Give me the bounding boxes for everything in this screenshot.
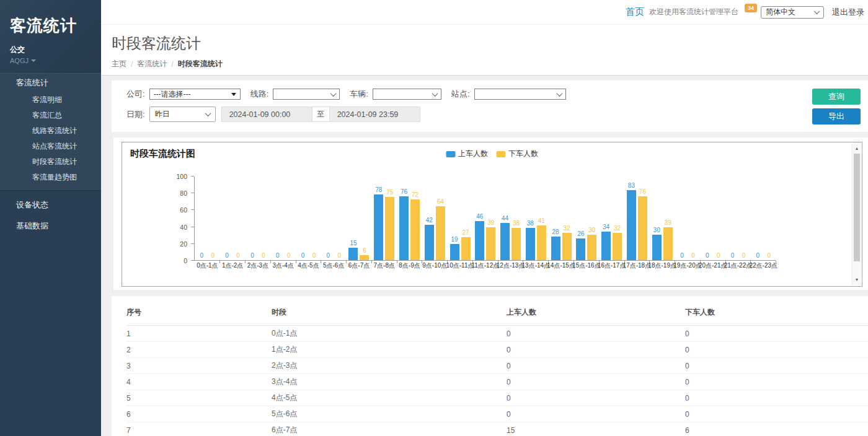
table-cell: 0: [507, 358, 685, 374]
x-tick-label: 6点-7点: [348, 261, 370, 270]
org-code-dropdown[interactable]: AQGJ: [10, 57, 101, 64]
table-row: 21点-2点00: [126, 342, 868, 358]
bar-上车人数[interactable]: 34: [601, 232, 611, 260]
vehicle-select[interactable]: [373, 89, 441, 100]
sidebar-item-passenger-stats[interactable]: 客流统计: [0, 74, 101, 92]
station-select[interactable]: [474, 89, 566, 100]
x-tick-label: 14点-15点: [547, 261, 575, 270]
bar-上车人数[interactable]: 46: [475, 221, 484, 260]
line-select[interactable]: [273, 89, 340, 100]
x-tick-label: 7点-8点: [374, 261, 395, 270]
x-tick-label: 5点-6点: [323, 261, 344, 270]
table-cell: 15: [507, 422, 685, 436]
query-button[interactable]: 查询: [812, 89, 861, 105]
bar-上车人数[interactable]: 28: [551, 237, 560, 260]
bar-value-label: 0: [225, 252, 229, 259]
bar-下车人数[interactable]: 39: [486, 227, 495, 260]
nav-home-link[interactable]: 首页: [626, 6, 644, 18]
bar-value-label: 76: [401, 188, 407, 195]
table-cell: 7: [126, 422, 272, 436]
table-cell: 1: [126, 326, 272, 342]
breadcrumb-home[interactable]: 主页: [112, 59, 126, 69]
submenu: 客流明细客流汇总线路客流统计站点客流统计时段客流统计客流量趋势图: [0, 92, 101, 185]
bar-上车人数[interactable]: 76: [399, 196, 409, 260]
bar-value-label: 32: [564, 225, 570, 232]
y-tick-label: 80: [180, 190, 187, 197]
bar-下车人数[interactable]: 64: [436, 206, 445, 260]
scrollbar-up-arrow[interactable]: ▲: [852, 144, 861, 153]
table-cell: 5: [126, 390, 272, 406]
bar-上车人数[interactable]: 26: [576, 238, 585, 260]
bar-下车人数[interactable]: 30: [587, 235, 596, 260]
table-row: 10点-1点00: [126, 326, 868, 342]
col-header-index: 序号: [126, 306, 272, 326]
bar-group: 463911点-12点: [472, 177, 498, 260]
company-select[interactable]: ---请选择---: [149, 89, 241, 100]
bar-group: 1566点-7点: [347, 177, 372, 260]
bar-下车人数[interactable]: 75: [385, 197, 394, 260]
chart-scrollbar[interactable]: ▲ ▼: [852, 143, 861, 286]
scrollbar-thumb[interactable]: [854, 154, 860, 261]
table-row: 65点-6点00: [126, 406, 868, 422]
bar-下车人数[interactable]: 32: [613, 233, 622, 260]
bar-上车人数[interactable]: 15: [348, 248, 358, 260]
legend-label: 上车人数: [458, 149, 488, 159]
export-button[interactable]: 导出: [812, 108, 861, 124]
x-tick-label: 19点-20点: [673, 261, 702, 270]
bar-上车人数[interactable]: 42: [425, 225, 434, 260]
table-cell: 0: [507, 390, 685, 406]
bar-value-label: 0: [250, 252, 254, 259]
bar-group: 343216点-17点: [599, 177, 624, 260]
date-preset-select[interactable]: 昨日: [149, 107, 216, 122]
bar-下车人数[interactable]: 27: [461, 237, 471, 260]
bar-group: 001点-2点: [220, 177, 246, 260]
table-cell: 0: [685, 390, 868, 406]
bar-group: 003点-4点: [270, 177, 296, 260]
bar-value-label: 83: [628, 182, 635, 189]
bar-下车人数[interactable]: 39: [663, 227, 673, 260]
sidebar-subitem[interactable]: 时段客流统计: [0, 154, 101, 170]
bar-上车人数[interactable]: 44: [500, 223, 510, 260]
bar-上车人数[interactable]: 78: [374, 194, 383, 260]
y-tick-label: 40: [180, 224, 187, 231]
sidebar-subitem[interactable]: 线路客流统计: [0, 123, 101, 139]
bar-下车人数[interactable]: 72: [410, 199, 420, 260]
sidebar-subitem[interactable]: 站点客流统计: [0, 139, 101, 154]
legend-item[interactable]: 上车人数: [446, 149, 488, 159]
bar-上车人数[interactable]: 30: [652, 235, 662, 260]
sidebar-subitem[interactable]: 客流量趋势图: [0, 170, 101, 185]
sidebar-subitem[interactable]: 客流汇总: [0, 108, 101, 123]
org-name: 公交: [10, 45, 101, 55]
table-cell: 4: [126, 374, 272, 390]
scrollbar-down-arrow[interactable]: ▼: [852, 276, 861, 284]
logout-link[interactable]: 退出登录: [832, 7, 864, 18]
sidebar-item-device-status[interactable]: 设备状态: [0, 194, 101, 216]
bar-下车人数[interactable]: 76: [638, 196, 647, 260]
legend-item[interactable]: 下车人数: [496, 149, 538, 159]
notification-badge[interactable]: 34: [745, 4, 757, 12]
language-select[interactable]: 简体中文: [761, 6, 824, 19]
date-start-input[interactable]: 2024-01-09 00:00: [221, 107, 312, 122]
x-tick-label: 20点-21点: [699, 261, 727, 270]
sidebar-subitem[interactable]: 客流明细: [0, 92, 101, 108]
page-title: 时段客流统计: [112, 33, 868, 53]
bar-上车人数[interactable]: 38: [526, 228, 535, 260]
bar-value-label: 41: [538, 217, 545, 224]
station-label: 站点:: [451, 89, 470, 100]
bar-上车人数[interactable]: 83: [627, 190, 636, 260]
bar-下车人数[interactable]: 41: [537, 225, 546, 260]
bar-下车人数[interactable]: 32: [562, 233, 572, 260]
date-end-input[interactable]: 2024-01-09 23:59: [329, 107, 420, 122]
sidebar-item-base-data[interactable]: 基础数据: [0, 216, 101, 237]
chevron-down-icon: [814, 8, 820, 14]
table-header-row: 序号 时段 上车人数 下车人数: [126, 306, 868, 326]
bar-下车人数[interactable]: 38: [512, 228, 521, 260]
bar-value-label: 0: [276, 252, 280, 259]
breadcrumb-passenger-stats[interactable]: 客流统计: [137, 59, 167, 69]
bar-下车人数[interactable]: 6: [360, 255, 369, 260]
bar-group: 263015点-16点: [574, 177, 599, 260]
table-cell: 5点-6点: [272, 406, 507, 422]
bar-value-label: 0: [756, 252, 760, 259]
y-tick-label: 100: [176, 173, 187, 180]
bar-上车人数[interactable]: 19: [450, 244, 459, 260]
